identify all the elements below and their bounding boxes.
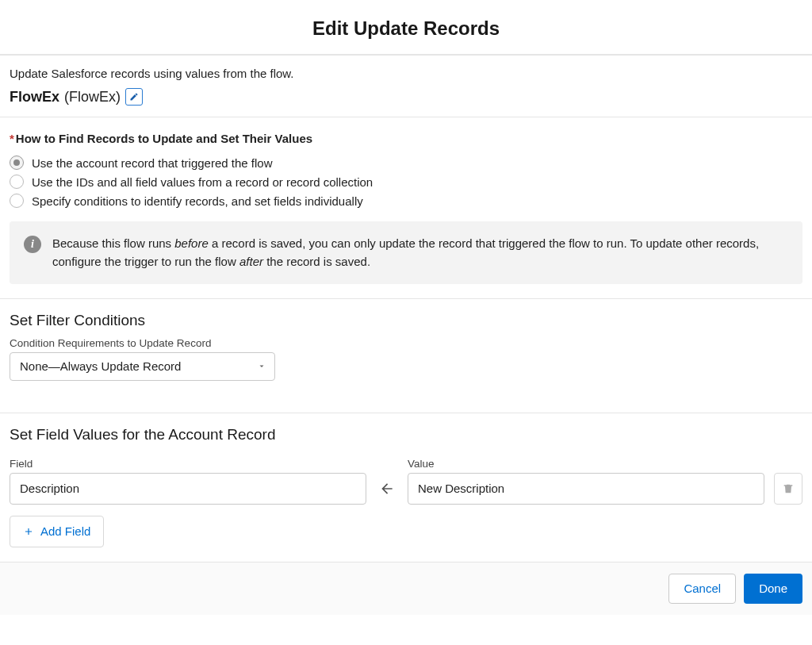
info-icon: i [24,236,41,253]
radio-label: Use the IDs and all field values from a … [32,175,373,189]
select-value: None—Always Update Record [20,359,181,373]
info-banner: i Because this flow runs before a record… [10,221,802,284]
radio-icon [10,175,24,189]
how-to-find-label: *How to Find Records to Update and Set T… [10,117,802,153]
radio-label: Use the account record that triggered th… [32,156,273,170]
record-name-row: FlowEx (FlowEx) [10,88,802,117]
field-column-label: Field [10,458,366,473]
radio-use-triggered[interactable]: Use the account record that triggered th… [10,153,802,172]
cancel-button[interactable]: Cancel [668,574,736,604]
radio-icon [10,194,24,208]
add-field-button[interactable]: Add Field [10,516,104,547]
value-input[interactable] [408,473,764,505]
done-button[interactable]: Done [744,574,802,604]
value-column-label: Value [408,458,764,473]
required-star: * [10,132,14,145]
record-api-name: (FlowEx) [64,89,121,106]
plus-icon [23,526,34,537]
info-text: Because this flow runs before a record i… [52,234,788,271]
chevron-down-icon [257,359,266,373]
pencil-icon [129,92,139,102]
modal-title: Edit Update Records [0,0,812,54]
arrow-left-icon [376,473,398,505]
trash-icon [782,482,795,495]
filter-heading: Set Filter Conditions [10,299,802,337]
edit-name-button[interactable] [125,88,143,106]
field-value-row: Field Value [10,451,802,505]
condition-req-label: Condition Requirements to Update Record [10,337,802,352]
radio-use-ids[interactable]: Use the IDs and all field values from a … [10,172,802,191]
delete-row-button[interactable] [774,473,802,505]
condition-req-select[interactable]: None—Always Update Record [10,352,275,381]
radio-label: Specify conditions to identify records, … [32,194,363,208]
description-text: Update Salesforce records using values f… [10,56,802,88]
field-input[interactable] [10,473,366,505]
record-label: FlowEx [10,89,59,106]
add-field-label: Add Field [40,524,90,538]
radio-specify-conditions[interactable]: Specify conditions to identify records, … [10,191,802,210]
footer: Cancel Done [0,562,812,615]
radio-icon [10,155,24,170]
field-values-heading: Set Field Values for the Account Record [10,413,802,451]
